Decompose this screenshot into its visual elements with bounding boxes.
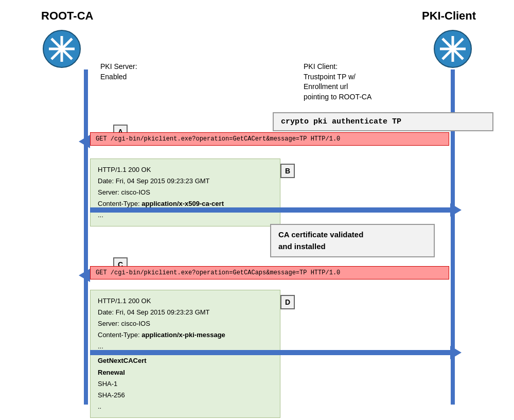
- arrow-c-head: [79, 269, 90, 282]
- arrow-a-head: [79, 135, 90, 148]
- arrow-b-shaft: [90, 207, 450, 213]
- pki-server-label: PKI Server: Enabled: [100, 62, 137, 82]
- resp-b-box: HTTP/1.1 200 OK Date: Fri, 04 Sep 2015 0…: [90, 159, 280, 226]
- resp-b-l3: Server: cisco-IOS: [98, 187, 273, 198]
- step-b-badge: B: [280, 164, 295, 178]
- col-title-left: ROOT-CA: [41, 9, 93, 23]
- router-left: [41, 28, 82, 69]
- arrow-d-shaft: [90, 350, 450, 355]
- crypto-pki-cmd-box: crypto pki authenticate TP: [273, 112, 493, 131]
- ca-cert-box: CA certificate validated and installed: [270, 224, 435, 257]
- resp-b-l2: Date: Fri, 04 Sep 2015 09:23:23 GMT: [98, 176, 273, 187]
- vline-left: [84, 69, 88, 405]
- resp-d-l4: Content-Type: application/x-pki-message: [98, 329, 273, 341]
- arrow-b-head: [450, 203, 462, 217]
- get-ca-caps-bar: GET /cgi-bin/pkiclient.exe?operation=Get…: [90, 266, 449, 279]
- resp-d-l7: SHA-256: [98, 390, 273, 401]
- resp-d-l2: Date: Fri, 04 Sep 2015 09:23:23 GMT: [98, 307, 273, 318]
- resp-d-l6: SHA-1: [98, 378, 273, 390]
- diagram: ROOT-CA PKI-Client PKI Server: Enabled P…: [0, 0, 514, 420]
- resp-d-l3: Server: cisco-IOS: [98, 318, 273, 329]
- resp-d-l8: ..: [98, 401, 273, 412]
- router-right: [432, 28, 473, 69]
- resp-d-l1: HTTP/1.1 200 OK: [98, 295, 273, 307]
- arrow-d-head: [450, 346, 462, 359]
- resp-d-lb1: GetNextCACert: [98, 355, 273, 366]
- get-ca-cert-bar: GET /cgi-bin/pkiclient.exe?operation=Get…: [90, 132, 449, 146]
- pki-client-label: PKI Client: Trustpoint TP w/ Enrollment …: [304, 62, 371, 102]
- resp-d-lb2: Renewal: [98, 367, 273, 378]
- step-d-badge: D: [280, 295, 295, 309]
- resp-b-l1: HTTP/1.1 200 OK: [98, 164, 273, 176]
- col-title-right: PKI-Client: [422, 9, 476, 23]
